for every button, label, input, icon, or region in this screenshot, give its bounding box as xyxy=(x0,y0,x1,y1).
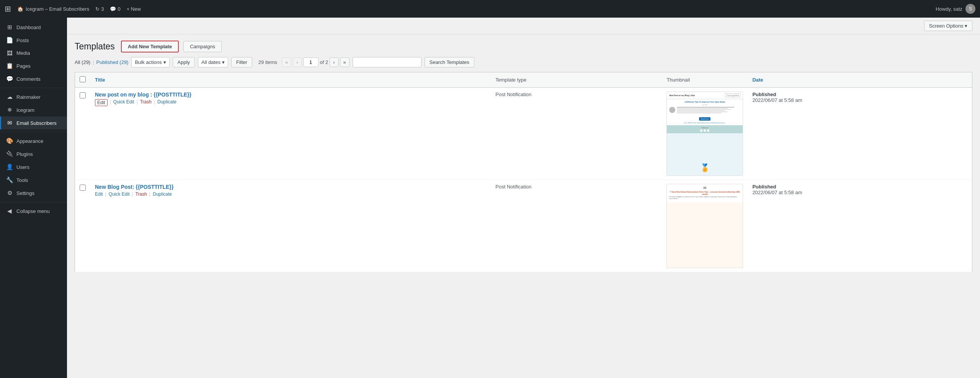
sidebar-item-email-subscribers[interactable]: ✉ Email Subscribers xyxy=(0,116,67,129)
page-number-input[interactable] xyxy=(303,57,318,67)
appearance-icon: 🎨 xyxy=(6,137,13,144)
sidebar-item-tools[interactable]: 🔧 Tools xyxy=(0,173,67,187)
thumb1-body: 4 Effective Tips To Improve Your Open Ra… xyxy=(667,99,743,125)
sidebar-label-posts: Posts xyxy=(16,38,29,43)
settings-icon: ⚙ xyxy=(6,190,13,196)
add-new-template-button[interactable]: Add New Template xyxy=(121,41,179,52)
filter-all[interactable]: All (29) xyxy=(75,59,90,65)
sidebar-label-icegram: Icegram xyxy=(16,107,34,113)
main-content: Screen Options ▾ Templates Add New Templ… xyxy=(67,18,980,378)
screen-options-button[interactable]: Screen Options ▾ xyxy=(924,21,972,31)
row2-quick-edit-link[interactable]: Quick Edit xyxy=(109,191,130,197)
table-row: New Blog Post: {{POSTTITLE}} Edit | Quic… xyxy=(75,180,972,272)
updates-icon: ↻ xyxy=(95,6,100,12)
row2-checkbox[interactable] xyxy=(80,185,86,191)
row1-checkbox-cell xyxy=(75,88,91,180)
campaigns-button[interactable]: Campaigns xyxy=(183,41,222,52)
row1-quick-edit-link[interactable]: Quick Edit xyxy=(113,99,134,106)
pagination: « ‹ of 2 › » xyxy=(282,57,350,67)
filter-button[interactable]: Filter xyxy=(231,57,252,67)
sidebar-item-pages[interactable]: 📋 Pages xyxy=(0,59,67,72)
sidebar-label-pages: Pages xyxy=(16,63,31,69)
sidebar-item-dashboard[interactable]: ⊞ Dashboard xyxy=(0,21,67,34)
filter-published[interactable]: Published (29) xyxy=(96,59,129,65)
sidebar-item-comments[interactable]: 💬 Comments xyxy=(0,72,67,85)
table-container: Title Template type Thumbnail Date New p… xyxy=(67,72,980,280)
sidebar-label-plugins: Plugins xyxy=(16,151,33,157)
row2-edit-link[interactable]: Edit xyxy=(95,191,103,197)
page-header: Templates Add New Template Campaigns xyxy=(67,34,980,52)
row2-date-value: 2022/06/07 at 5:58 am xyxy=(752,190,802,195)
row2-duplicate-link[interactable]: Duplicate xyxy=(153,191,172,197)
plugins-icon: 🔌 xyxy=(6,151,13,157)
bulk-actions-select[interactable]: Bulk actions ▾ xyxy=(131,57,169,67)
row1-thumbnail-cell: New Post on my Blog | Jobs YourLogoHere … xyxy=(662,88,748,180)
sidebar-label-comments: Comments xyxy=(16,76,41,82)
select-all-checkbox[interactable] xyxy=(80,76,86,82)
first-page-button[interactable]: « xyxy=(282,57,291,67)
search-templates-button[interactable]: Search Templates xyxy=(425,57,474,67)
admin-bar-right: Howdy, satz S xyxy=(936,4,975,14)
last-page-button[interactable]: » xyxy=(340,57,350,67)
sidebar-label-settings: Settings xyxy=(16,190,34,196)
templates-table: Title Template type Thumbnail Date New p… xyxy=(75,72,972,272)
row1-thumbnail: New Post on my Blog | Jobs YourLogoHere … xyxy=(666,92,743,176)
wp-logo-icon[interactable]: ⊞ xyxy=(5,4,11,13)
sidebar-label-tools: Tools xyxy=(16,177,28,183)
sidebar-collapse-menu[interactable]: ◀ Collapse menu xyxy=(0,205,67,218)
row2-thumbnail-cell: ✉ 7 Sure Shot Email Subscription Form Ti… xyxy=(662,180,748,272)
sidebar: ⊞ Dashboard 📄 Posts 🖼 Media 📋 Pages 💬 Co… xyxy=(0,18,67,378)
row2-checkbox-cell xyxy=(75,180,91,272)
row1-duplicate-link[interactable]: Duplicate xyxy=(157,99,176,106)
row2-trash-link[interactable]: Trash xyxy=(136,191,147,197)
row2-type: Post Notification xyxy=(495,184,531,190)
sidebar-item-plugins[interactable]: 🔌 Plugins xyxy=(0,147,67,160)
bulk-actions-chevron-icon: ▾ xyxy=(163,59,166,65)
screen-options-bar: Screen Options ▾ xyxy=(67,18,980,34)
filter-links: All (29) | Published (29) xyxy=(75,59,128,65)
date-chevron-icon: ▾ xyxy=(222,59,225,65)
col-type-header: Template type xyxy=(491,72,662,88)
comments-item[interactable]: 💬 0 xyxy=(110,6,120,12)
sidebar-label-users: Users xyxy=(16,164,29,170)
sidebar-item-posts[interactable]: 📄 Posts xyxy=(0,34,67,47)
apply-button[interactable]: Apply xyxy=(173,57,195,67)
row1-title-link[interactable]: New post on my blog : {{POSTTITLE}} xyxy=(95,92,486,98)
thumb1-header: New Post on my Blog | Jobs YourLogoHere xyxy=(667,92,743,99)
comments-sidebar-icon: 💬 xyxy=(6,75,13,82)
row1-checkbox[interactable] xyxy=(80,92,86,98)
sidebar-item-media[interactable]: 🖼 Media xyxy=(0,47,67,59)
page-title: Templates xyxy=(75,41,115,52)
page-of-text: of 2 xyxy=(320,59,328,65)
prev-page-button[interactable]: ‹ xyxy=(293,57,301,67)
thumb1-social xyxy=(669,129,740,132)
updates-item[interactable]: ↻ 3 xyxy=(95,6,104,12)
row2-title-link[interactable]: New Blog Post: {{POSTTITLE}} xyxy=(95,184,486,190)
row1-type: Post Notification xyxy=(495,92,531,97)
sidebar-label-rainmaker: Rainmaker xyxy=(16,94,41,100)
col-title-header[interactable]: Title xyxy=(90,72,491,88)
avatar[interactable]: S xyxy=(965,4,975,14)
sidebar-item-settings[interactable]: ⚙ Settings xyxy=(0,187,67,200)
sidebar-item-users[interactable]: 👤 Users xyxy=(0,160,67,173)
sidebar-item-appearance[interactable]: 🎨 Appearance xyxy=(0,134,67,147)
admin-bar: ⊞ 🏠 Icegram – Email Subscribers ↻ 3 💬 0 … xyxy=(0,0,980,18)
table-header-row: Title Template type Thumbnail Date xyxy=(75,72,972,88)
row1-trash-link[interactable]: Trash xyxy=(140,99,152,106)
row1-title-cell: New post on my blog : {{POSTTITLE}} Edit… xyxy=(90,88,491,180)
row1-edit-link[interactable]: Edit xyxy=(95,99,108,106)
users-icon: 👤 xyxy=(6,164,13,170)
new-content-item[interactable]: + New xyxy=(127,6,141,12)
filters-row: All (29) | Published (29) Bulk actions ▾… xyxy=(67,52,980,72)
date-select[interactable]: All dates ▾ xyxy=(198,57,228,67)
col-date-header[interactable]: Date xyxy=(748,72,972,88)
site-name[interactable]: 🏠 Icegram – Email Subscribers xyxy=(17,6,89,12)
howdy-text: Howdy, satz xyxy=(936,6,962,12)
collapse-icon: ◀ xyxy=(6,208,13,214)
sidebar-item-icegram[interactable]: ❄ Icegram xyxy=(0,103,67,116)
search-templates-input[interactable] xyxy=(353,57,421,67)
next-page-button[interactable]: › xyxy=(330,57,338,67)
icegram-icon: ❄ xyxy=(6,106,13,113)
row2-thumbnail: ✉ 7 Sure Shot Email Subscription Form Ti… xyxy=(666,184,743,268)
sidebar-item-rainmaker[interactable]: ☁ Rainmaker xyxy=(0,90,67,103)
